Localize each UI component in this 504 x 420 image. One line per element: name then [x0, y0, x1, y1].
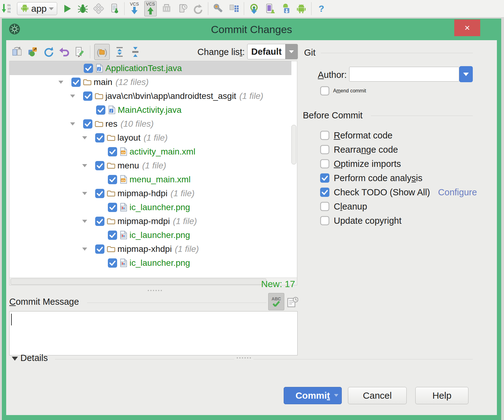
android-monitor-icon[interactable]	[295, 1, 307, 16]
message-history-icon[interactable]	[286, 295, 299, 309]
tree-checkbox[interactable]	[108, 258, 117, 268]
tree-checkbox[interactable]	[108, 175, 117, 184]
expander-icon[interactable]	[70, 95, 75, 98]
run-configuration-select[interactable]: app	[17, 2, 57, 15]
option-checkbox[interactable]	[320, 202, 329, 211]
device-history-icon[interactable]	[176, 1, 188, 16]
tree-row[interactable]: jApplicationTest.java	[10, 61, 291, 75]
tree-checkbox[interactable]	[108, 231, 117, 240]
tree-checkbox[interactable]	[96, 105, 105, 115]
option-checkbox[interactable]	[320, 188, 329, 197]
tree-checkbox[interactable]	[95, 133, 104, 142]
tree-row[interactable]: mipmap-mdpi(1 file)	[10, 214, 297, 228]
tree-checkbox[interactable]	[95, 217, 104, 226]
tree-checkbox[interactable]	[108, 147, 117, 156]
option-checkbox[interactable]	[320, 216, 329, 225]
avd-manager-icon[interactable]	[264, 1, 276, 16]
main-toolbar: 011001appVCSVCS?	[0, 0, 504, 18]
folder-label: java\cn\bvin\app\androidtest_asgit	[105, 91, 236, 101]
expander-icon[interactable]	[82, 136, 87, 139]
splitter-handle[interactable]	[148, 290, 162, 291]
spellcheck-icon[interactable]: ABC	[268, 293, 284, 310]
expander-icon[interactable]	[82, 220, 87, 223]
vcs-update-numbers-icon[interactable]: 011001	[1, 1, 13, 16]
attach-debugger-icon[interactable]	[93, 1, 104, 16]
chevron-down-icon[interactable]	[334, 394, 338, 397]
cancel-button[interactable]: Cancel	[348, 387, 407, 404]
tree-checkbox[interactable]	[95, 161, 104, 170]
tree-checkbox[interactable]	[83, 119, 92, 129]
rollback-icon[interactable]	[58, 44, 70, 60]
chevron-down-icon[interactable]	[285, 44, 298, 59]
tree-row[interactable]: layout(1 file)	[10, 131, 297, 145]
option-checkbox[interactable]	[320, 159, 329, 168]
option-label: Rearrange code	[334, 145, 398, 155]
option-label: Update copyright	[334, 216, 401, 226]
close-button[interactable]: ×	[454, 19, 480, 36]
tree-row[interactable]: ic_launcher.png	[10, 256, 297, 270]
expander-icon[interactable]	[82, 248, 87, 251]
undo-icon[interactable]	[192, 1, 204, 16]
sync-project-icon[interactable]	[248, 1, 260, 16]
project-structure-icon[interactable]	[228, 1, 240, 16]
vcs-update-icon[interactable]: VCS	[129, 1, 140, 16]
expander-icon[interactable]	[82, 164, 87, 167]
help-icon[interactable]: ?	[316, 1, 327, 16]
commit-message-input[interactable]	[9, 311, 298, 355]
author-input[interactable]	[349, 67, 459, 82]
collapse-all-icon[interactable]	[129, 44, 141, 60]
device-debug-icon[interactable]	[108, 1, 120, 16]
details-label[interactable]: Details	[20, 353, 48, 363]
option-checkbox[interactable]	[320, 173, 329, 183]
configure-link[interactable]: Configure	[438, 187, 477, 197]
changed-files-tree[interactable]: jApplicationTest.javamain(12 files)java\…	[9, 61, 297, 285]
commit-button[interactable]: Commit	[284, 387, 342, 404]
help-button[interactable]: Help	[415, 387, 468, 404]
expander-icon[interactable]	[58, 81, 63, 84]
tree-row[interactable]: menu(1 file)	[10, 159, 297, 172]
tree-row[interactable]: mipmap-hdpi(1 file)	[10, 186, 297, 200]
author-label: Author:	[292, 70, 347, 80]
expander-icon[interactable]	[70, 122, 75, 125]
group-by-directory-icon[interactable]: ()	[94, 44, 110, 60]
tree-row[interactable]: <>activity_main.xml	[10, 145, 297, 159]
option-checkbox[interactable]	[320, 131, 329, 140]
tree-row[interactable]: java\cn\bvin\app\androidtest_asgit(1 fil…	[10, 89, 297, 103]
tree-checkbox[interactable]	[95, 244, 104, 254]
text-cursor	[11, 314, 12, 325]
vcs-commit-icon[interactable]: VCS	[144, 1, 157, 16]
refresh-changes-icon[interactable]	[43, 44, 54, 60]
tree-row[interactable]: ic_launcher.png	[10, 200, 297, 214]
sdk-manager-icon[interactable]	[280, 1, 291, 16]
tree-row[interactable]: mipmap-xhdpi(1 file)	[10, 242, 297, 256]
run-icon[interactable]	[61, 1, 73, 16]
tree-row[interactable]: ic_launcher.png	[10, 228, 297, 242]
horizontal-scrollbar[interactable]	[10, 278, 297, 285]
move-to-changelist-icon[interactable]	[27, 44, 39, 60]
option-checkbox[interactable]	[320, 145, 329, 154]
details-splitter-handle[interactable]	[237, 357, 251, 358]
tree-checkbox[interactable]	[71, 78, 81, 87]
folder-icon	[107, 190, 115, 197]
show-changes-icon[interactable]	[161, 1, 172, 16]
show-diff-icon[interactable]	[11, 44, 23, 60]
tree-checkbox[interactable]	[108, 203, 117, 212]
expander-icon[interactable]	[82, 192, 87, 195]
debug-icon[interactable]	[77, 1, 89, 16]
amend-commit-checkbox[interactable]	[320, 86, 329, 95]
tree-row[interactable]: main(12 files)	[10, 75, 297, 89]
details-expander-icon[interactable]	[12, 357, 18, 361]
expand-all-icon[interactable]	[114, 44, 125, 60]
settings-icon[interactable]	[212, 1, 224, 16]
tree-checkbox[interactable]	[95, 189, 104, 198]
png-file-icon	[120, 258, 127, 267]
tree-checkbox[interactable]	[83, 91, 92, 101]
tree-row[interactable]: jMainActivity.java	[10, 103, 297, 117]
horizontal-scrollbar-thumb[interactable]	[11, 278, 266, 285]
edit-source-icon[interactable]	[74, 44, 86, 60]
tree-row[interactable]: res(10 files)	[10, 117, 297, 131]
author-dropdown-icon[interactable]	[459, 66, 473, 82]
tree-row[interactable]: <>menu_main.xml	[10, 172, 297, 186]
tree-checkbox[interactable]	[84, 64, 93, 73]
change-list-select[interactable]: Default	[247, 44, 298, 59]
